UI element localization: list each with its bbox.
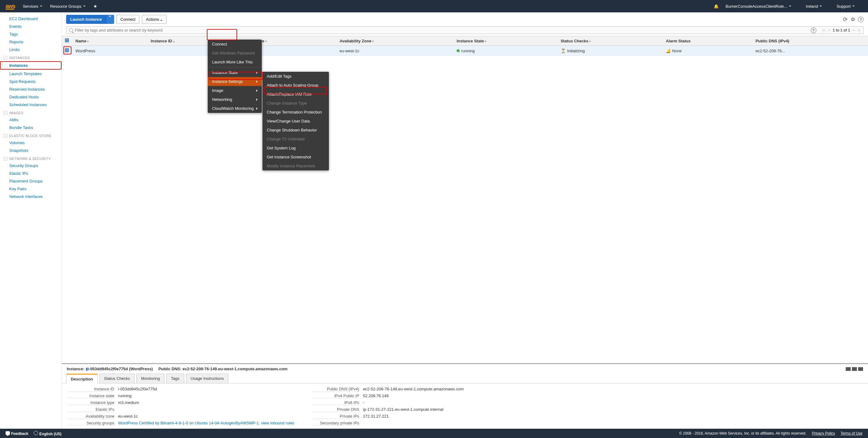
submenu-termination-protection[interactable]: Change Termination Protection <box>262 108 329 117</box>
col-dns[interactable]: Public DNS (IPv4) <box>752 36 868 46</box>
launch-instance-dropdown[interactable] <box>106 15 114 24</box>
connect-button[interactable]: Connect <box>117 15 140 24</box>
menu-image[interactable]: Image <box>208 86 262 95</box>
status-dot-icon <box>457 49 460 52</box>
sidebar-key-pairs[interactable]: Key Pairs <box>0 185 62 193</box>
nav-role[interactable]: BurnerConsoleAccessClientRole... <box>725 4 791 9</box>
details-panel: Instance: ▮i-053dd945c2f0e775d (WordPres… <box>62 363 868 429</box>
table-row[interactable]: WordPress ...edium eu-west-1c running ⏳I… <box>62 46 868 56</box>
launch-instance-button[interactable]: Launch Instance <box>66 15 106 24</box>
sidebar-ec2-dashboard[interactable]: EC2 Dashboard <box>0 15 62 23</box>
view-inbound-rules-link[interactable]: view inbound rules <box>261 421 294 425</box>
sidebar-amis[interactable]: AMIs <box>0 116 62 124</box>
sidebar-group-images[interactable]: IMAGES <box>0 109 62 116</box>
chevron-right-icon <box>256 81 257 83</box>
pager-last-icon[interactable]: >| <box>857 28 860 32</box>
sidebar-reserved-instances[interactable]: Reserved Instances <box>0 85 62 93</box>
tab-status-checks[interactable]: Status Checks <box>99 374 135 383</box>
submenu-shutdown-behavior[interactable]: Change Shutdown Behavior <box>262 125 329 135</box>
submenu-screenshot[interactable]: Get Instance Screenshot <box>262 152 329 162</box>
sidebar-snapshots[interactable]: Snapshots <box>0 147 62 154</box>
language-link[interactable]: English (US) <box>34 431 61 436</box>
col-alarm[interactable]: Alarm Status <box>663 36 752 46</box>
sidebar-instances[interactable]: Instances <box>0 61 62 69</box>
submenu-placement: Modify Instance Placement <box>262 162 329 170</box>
sidebar-placement-groups[interactable]: Placement Groups <box>0 177 62 185</box>
submenu-user-data[interactable]: View/Change User Data <box>262 117 329 125</box>
chevron-right-icon <box>256 98 257 101</box>
cell-checks: ⏳Initializing <box>558 46 663 56</box>
layout-toggle[interactable] <box>846 367 863 371</box>
nav-resource-groups[interactable]: Resource Groups <box>50 4 86 9</box>
security-group-link[interactable]: WordPress Certified by Bitnami-4-9-1-0 o… <box>118 421 259 425</box>
sidebar-spot-requests[interactable]: Spot Requests <box>0 78 62 85</box>
tab-tags[interactable]: Tags <box>166 374 184 383</box>
gear-icon[interactable]: ⚙ <box>851 17 855 22</box>
actions-button[interactable]: Actions <box>142 15 166 24</box>
select-all-checkbox[interactable] <box>65 38 69 42</box>
sidebar-launch-templates[interactable]: Launch Templates <box>0 70 62 78</box>
sidebar-elastic-ips[interactable]: Elastic IPs <box>0 170 62 177</box>
search-box[interactable] <box>66 27 811 34</box>
sidebar-events[interactable]: Events <box>0 23 62 30</box>
sidebar-group-net[interactable]: NETWORK & SECURITY <box>0 154 62 162</box>
nav-services[interactable]: Services <box>23 4 42 9</box>
col-status-checks[interactable]: Status Checks▾ <box>558 36 663 46</box>
privacy-policy-link[interactable]: Privacy Policy <box>812 431 835 436</box>
aws-logo[interactable]: aws <box>6 3 15 9</box>
submenu-add-edit-tags[interactable]: Add/Edit Tags <box>262 72 329 81</box>
sidebar-security-groups[interactable]: Security Groups <box>0 162 62 170</box>
sidebar-dedicated-hosts[interactable]: Dedicated Hosts <box>0 93 62 101</box>
hourglass-icon: ⏳ <box>561 49 566 53</box>
submenu-system-log[interactable]: Get System Log <box>262 144 329 152</box>
details-tabs: Description Status Checks Monitoring Tag… <box>62 374 868 384</box>
instance-settings-submenu: Add/Edit Tags Attach to Auto Scaling Gro… <box>262 72 329 170</box>
help-icon[interactable]: ? <box>858 17 864 22</box>
sidebar-scheduled-instances[interactable]: Scheduled Instances <box>0 101 62 109</box>
cell-az: eu-west-1c <box>337 46 454 56</box>
sidebar: EC2 Dashboard Events Tags Reports Limits… <box>0 12 62 429</box>
details-right: Public DNS (IPv4)ec2-52-208-76-149.eu-we… <box>313 387 464 426</box>
sidebar-volumes[interactable]: Volumes <box>0 139 62 147</box>
nav-support[interactable]: Support <box>836 4 855 9</box>
cell-alarm: 🔔None <box>663 46 752 56</box>
pager-prev-icon[interactable]: < <box>828 28 830 32</box>
search-input[interactable] <box>75 28 808 32</box>
menu-connect[interactable]: Connect <box>208 39 262 49</box>
tab-usage[interactable]: Usage Instructions <box>186 374 229 383</box>
menu-launch-more[interactable]: Launch More Like This <box>208 58 262 66</box>
pager-next-icon[interactable]: > <box>852 28 855 32</box>
sidebar-network-interfaces[interactable]: Network Interfaces <box>0 193 62 200</box>
refresh-icon[interactable]: ⟳ <box>843 16 847 23</box>
menu-instance-settings[interactable]: Instance Settings <box>208 77 262 86</box>
menu-instance-state[interactable]: Instance State <box>208 68 262 77</box>
tab-description[interactable]: Description <box>66 374 98 384</box>
sidebar-reports[interactable]: Reports <box>0 38 62 46</box>
sidebar-group-ebs[interactable]: ELASTIC BLOCK STORE <box>0 132 62 139</box>
submenu-attach-asg[interactable]: Attach to Auto Scaling Group <box>262 81 329 90</box>
nav-region[interactable]: Ireland <box>806 4 822 9</box>
filter-help-icon[interactable]: ? <box>811 28 816 33</box>
sidebar-bundle-tasks[interactable]: Bundle Tasks <box>0 124 62 132</box>
col-az[interactable]: Availability Zone▾ <box>337 36 454 46</box>
actions-menu: Connect Get Windows Password Launch More… <box>208 39 262 113</box>
feedback-link[interactable]: Feedback <box>6 431 28 436</box>
tab-monitoring[interactable]: Monitoring <box>136 374 164 383</box>
sidebar-limits[interactable]: Limits <box>0 46 62 54</box>
sidebar-group-instances[interactable]: INSTANCES <box>0 54 62 61</box>
pager-first-icon[interactable]: |< <box>823 28 826 32</box>
top-nav: aws Services Resource Groups ★ 🔔 BurnerC… <box>0 0 868 12</box>
chevron-up-icon <box>160 20 163 21</box>
menu-networking[interactable]: Networking <box>208 95 262 104</box>
submenu-attach-iam-role[interactable]: Attach/Replace IAM Role <box>262 90 329 99</box>
chat-icon <box>6 431 10 435</box>
pin-icon[interactable]: ★ <box>93 4 97 9</box>
sidebar-tags[interactable]: Tags <box>0 30 62 38</box>
footer: Feedback English (US) © 2008 - 2018, Ama… <box>0 429 868 438</box>
bell-icon[interactable]: 🔔 <box>714 4 719 9</box>
row-checkbox[interactable] <box>65 48 69 52</box>
menu-cloudwatch[interactable]: CloudWatch Monitoring <box>208 104 262 113</box>
terms-link[interactable]: Terms of Use <box>840 431 862 436</box>
col-state[interactable]: Instance State▾ <box>454 36 557 46</box>
col-name[interactable]: Name▾ <box>72 36 148 46</box>
